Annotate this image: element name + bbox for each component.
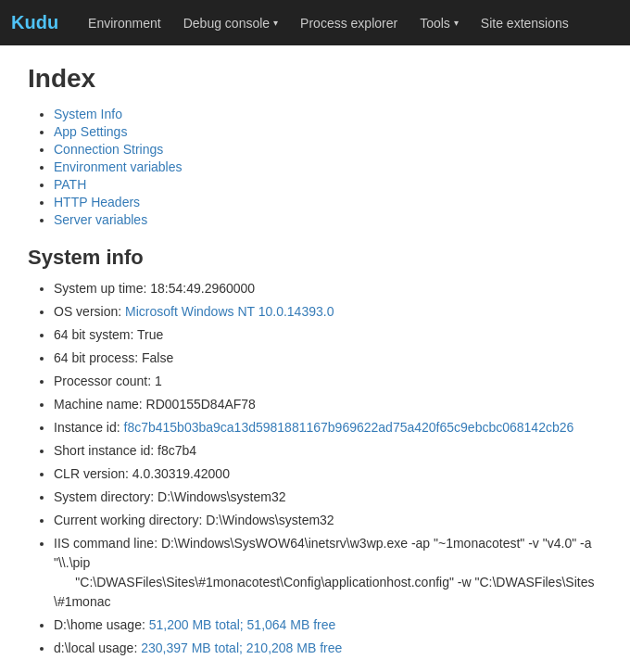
value: RD00155D84AF78 [146, 397, 256, 412]
list-item: System Info [54, 107, 602, 121]
list-item: Short instance id: f8c7b4 [54, 441, 602, 461]
main-content: Index System Info App Settings Connectio… [0, 45, 630, 672]
label: 64 bit system: [54, 327, 137, 342]
value: D:\Windows\system32 [158, 489, 285, 504]
nav-site-extensions[interactable]: Site extensions [470, 0, 580, 45]
label: Processor count: [54, 374, 155, 388]
nav-environment[interactable]: Environment [77, 0, 172, 45]
value: False [142, 350, 173, 365]
system-info-list: System up time: 18:54:49.2960000 OS vers… [28, 279, 602, 658]
value: 1 [155, 374, 162, 388]
nav-tools[interactable]: Tools ▾ [409, 0, 470, 45]
navbar: Kudu Environment Debug console ▾ Process… [0, 0, 630, 45]
link-app-settings[interactable]: App Settings [54, 124, 127, 139]
value: Microsoft Windows NT 10.0.14393.0 [125, 304, 334, 319]
brand-text: udu [24, 12, 58, 32]
list-item: D:\home usage: 51,200 MB total; 51,064 M… [54, 615, 602, 635]
list-item: 64 bit process: False [54, 349, 602, 368]
value: f8c7b4 [158, 443, 196, 458]
list-item: OS version: Microsoft Windows NT 10.0.14… [54, 302, 602, 322]
value: D:\Windows\system32 [206, 513, 334, 527]
list-item: Current working directory: D:\Windows\sy… [54, 511, 602, 530]
link-environment-variables[interactable]: Environment variables [54, 159, 183, 174]
label: D:\home usage: [54, 617, 149, 632]
label: System directory: [54, 489, 158, 504]
list-item: CLR version: 4.0.30319.42000 [54, 464, 602, 484]
list-item: d:\local usage: 230,397 MB total; 210,20… [54, 639, 602, 658]
value: 18:54:49.2960000 [150, 281, 255, 296]
nav-debug-console[interactable]: Debug console ▾ [172, 0, 289, 45]
list-item: System up time: 18:54:49.2960000 [54, 279, 602, 298]
list-item: App Settings [54, 124, 602, 139]
debug-console-caret: ▾ [273, 18, 278, 28]
value: f8c7b415b03ba9ca13d5981881167b969622ad75… [124, 420, 574, 435]
label: IIS command line: [54, 536, 161, 551]
label: Current working directory: [54, 513, 206, 527]
label: d:\local usage: [54, 640, 141, 655]
list-item: System directory: D:\Windows\system32 [54, 488, 602, 507]
value: True [137, 327, 163, 342]
index-list: System Info App Settings Connection Stri… [28, 107, 602, 227]
value: 230,397 MB total; 210,208 MB free [141, 640, 342, 655]
list-item: PATH [54, 177, 602, 192]
brand-k: K [11, 12, 24, 32]
index-title: Index [28, 64, 602, 94]
list-item: HTTP Headers [54, 195, 602, 209]
label: Machine name: [54, 397, 146, 412]
label: System up time: [54, 281, 150, 296]
list-item: Instance id: f8c7b415b03ba9ca13d59818811… [54, 418, 602, 437]
label: OS version: [54, 304, 125, 319]
link-system-info[interactable]: System Info [54, 107, 122, 121]
list-item: Connection Strings [54, 142, 602, 157]
link-path[interactable]: PATH [54, 177, 86, 192]
value: 4.0.30319.42000 [132, 466, 230, 481]
nav-process-explorer[interactable]: Process explorer [289, 0, 409, 45]
list-item: Server variables [54, 212, 602, 227]
link-connection-strings[interactable]: Connection Strings [54, 142, 163, 157]
value: 51,200 MB total; 51,064 MB free [149, 617, 336, 632]
link-server-variables[interactable]: Server variables [54, 212, 147, 227]
link-http-headers[interactable]: HTTP Headers [54, 195, 140, 209]
list-item: Environment variables [54, 159, 602, 174]
label: Short instance id: [54, 443, 158, 458]
label: CLR version: [54, 466, 132, 481]
list-item: Machine name: RD00155D84AF78 [54, 395, 602, 414]
label: 64 bit process: [54, 350, 142, 365]
list-item: IIS command line: D:\Windows\SysWOW64\in… [54, 534, 602, 612]
list-item: Processor count: 1 [54, 372, 602, 391]
brand-logo[interactable]: Kudu [11, 12, 58, 33]
list-item: 64 bit system: True [54, 325, 602, 345]
system-info-title: System info [28, 246, 602, 270]
tools-caret: ▾ [454, 18, 459, 28]
label: Instance id: [54, 420, 124, 435]
